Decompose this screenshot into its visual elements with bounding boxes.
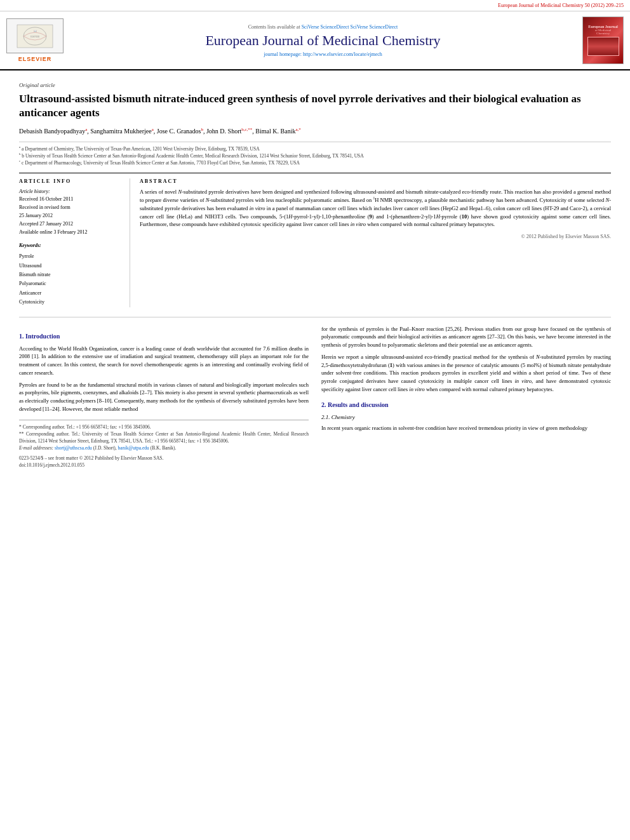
results-para1: In recent years organic reactions in sol… — [321, 424, 611, 432]
author1: Debasish Bandyopadhyay — [19, 128, 85, 135]
footnote-double-star: ** Corresponding author. Tel.: Universit… — [19, 430, 309, 445]
results-subheading: 2.1. Chemistry — [321, 413, 611, 422]
abstract-label: ABSTRACT — [140, 178, 611, 184]
keywords-list: Pyrrole Ultrasound Bismuth nitrate Polya… — [19, 252, 123, 307]
footnote-star: * Corresponding author. Tel.: +1 956 665… — [19, 423, 309, 430]
homepage-label: journal homepage: — [264, 51, 303, 57]
history-label: Article history: — [19, 188, 123, 196]
accepted-date: Accepted 27 January 2012 — [19, 220, 123, 229]
issn-line: 0223-5234/$ – see front matter © 2012 Pu… — [19, 455, 309, 462]
elsevier-logo-section: 📖 ELSEVIER ELSEVIER — [6, 18, 64, 62]
top-bar: European Journal of Medicinal Chemistry … — [0, 0, 630, 11]
footnote-email: E-mail addresses: shortj@uthscsa.edu (J.… — [19, 444, 309, 451]
article-history: Article history: Received 16 October 201… — [19, 188, 123, 237]
keywords-label: Keywords: — [19, 243, 123, 248]
received-date1: Received 16 October 2011 — [19, 196, 123, 204]
main-content: Original article Ultrasound-assisted bis… — [0, 70, 630, 475]
journal-reference: European Journal of Medicinal Chemistry … — [498, 3, 624, 8]
article-info-col: ARTICLE INFO Article history: Received 1… — [19, 178, 130, 307]
article-info-label: ARTICLE INFO — [19, 178, 123, 184]
intro-para2: Pyrroles are found to be as the fundamen… — [19, 381, 309, 413]
author2: Sanghamitra Mukherjee — [90, 128, 151, 135]
sciverse-link-text[interactable]: SciVerse ScienceDirect — [350, 24, 398, 30]
available-online: Available online 3 February 2012 — [19, 229, 123, 237]
cover-thumbnail: European Journal of Medicinal Chemistry — [582, 17, 624, 64]
body-right-col: for the synthesis of pyrroles is the Paa… — [321, 325, 611, 469]
journal-title-section: Contents lists available at SciVerse Sci… — [70, 24, 576, 57]
footnotes-section: * Corresponding author. Tel.: +1 956 665… — [19, 420, 309, 469]
intro-right-para1: for the synthesis of pyrroles is the Paa… — [321, 325, 611, 349]
keyword-6: Cytotoxicity — [19, 298, 123, 307]
elsevier-logo-box: 📖 ELSEVIER — [6, 18, 64, 53]
sciverse-prefix: Contents lists available at — [248, 24, 300, 30]
intro-heading: 1. Introduction — [19, 331, 309, 341]
article-title: Ultrasound-assisted bismuth nitrate-indu… — [19, 92, 611, 120]
svg-text:ELSEVIER: ELSEVIER — [30, 36, 39, 38]
body-left-col: 1. Introduction According to the World H… — [19, 325, 309, 469]
author4: John D. Short — [206, 128, 241, 135]
received-revised-date: 25 January 2012 — [19, 212, 123, 220]
doi-line: doi:10.1016/j.ejmech.2012.01.055 — [19, 462, 309, 469]
sciverse-line: Contents lists available at SciVerse Sci… — [70, 24, 576, 30]
keyword-2: Ultrasound — [19, 262, 123, 270]
keyword-4: Polyaromatic — [19, 279, 123, 288]
intro-right-para2: Herein we report a simple ultrasound-ass… — [321, 353, 611, 394]
keyword-1: Pyrrole — [19, 252, 123, 261]
abstract-col: ABSTRACT A series of novel N-substituted… — [140, 178, 611, 307]
copyright-notice: © 2012 Published by Elsevier Masson SAS. — [140, 234, 611, 239]
affiliations-section: a a Department of Chemistry, The Univers… — [19, 142, 611, 166]
keywords-section: Keywords: Pyrrole Ultrasound Bismuth nit… — [19, 243, 123, 307]
keyword-3: Bismuth nitrate — [19, 270, 123, 279]
author3: Jose C. Granados — [157, 128, 201, 135]
svg-text:📖: 📖 — [34, 29, 37, 32]
article-info-abstract: ARTICLE INFO Article history: Received 1… — [19, 173, 611, 307]
intro-para1: According to the World Health Organizati… — [19, 345, 309, 377]
affiliation-b: b b University of Texas Health Science C… — [19, 152, 611, 159]
journal-header: 📖 ELSEVIER ELSEVIER Contents lists avail… — [0, 11, 630, 70]
divider-1 — [19, 317, 611, 317]
homepage-url[interactable]: http://www.elsevier.com/locate/ejmech — [303, 51, 382, 57]
keyword-5: Anticancer — [19, 289, 123, 298]
article-type-label: Original article — [19, 82, 611, 88]
elsevier-brand-name: ELSEVIER — [6, 56, 64, 62]
body-columns: 1. Introduction According to the World H… — [19, 325, 611, 469]
received-revised-label: Received in revised form — [19, 204, 123, 212]
affiliation-a: a a Department of Chemistry, The Univers… — [19, 145, 611, 152]
results-heading: 2. Results and discussion — [321, 400, 611, 410]
authors-line: Debasish Bandyopadhyaya, Sanghamitra Muk… — [19, 126, 611, 136]
affiliation-c: c c Department of Pharmacology, Universi… — [19, 159, 611, 166]
journal-homepage: journal homepage: http://www.elsevier.co… — [70, 51, 576, 57]
author5: Bimal K. Banik — [255, 128, 295, 135]
abstract-text: A series of novel N-substituted pyrrole … — [140, 188, 611, 229]
sciverse-link[interactable]: SciVerse ScienceDirect — [302, 24, 349, 30]
journal-main-title: European Journal of Medicinal Chemistry — [70, 32, 576, 49]
